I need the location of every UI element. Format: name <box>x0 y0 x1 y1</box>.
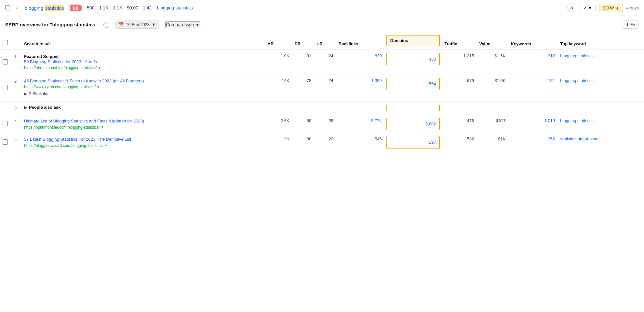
row5-keywords: 362 <box>508 133 558 152</box>
row2-sitelinks-label: 2 Sitelinks <box>29 91 48 96</box>
export-button[interactable]: ⬇ Ex <box>622 21 639 29</box>
row2-top-keyword[interactable]: blogging statistics <box>557 75 644 102</box>
row4-ur: 35 <box>314 115 336 133</box>
row2-sitelinks: ▶ 2 Sitelinks <box>24 89 262 98</box>
row1-value: $1.6K <box>476 50 508 75</box>
row4-domains-highlight: 2,682 <box>386 118 440 130</box>
row1-domains: 433 <box>429 57 436 62</box>
th-backlinks: Backlinks <box>336 32 384 50</box>
row5-dr: 80 <box>292 133 314 152</box>
th-num <box>12 32 21 50</box>
th-ar: AR <box>265 32 292 50</box>
row2-title[interactable]: 45 Blogging Statistics & Facts to Know i… <box>24 78 262 84</box>
row4-domains: 2,682 <box>425 121 436 126</box>
row1-traffic: 1,215 <box>442 50 476 75</box>
row4-url-dropdown-icon[interactable]: ▼ <box>101 125 104 129</box>
row2-traffic: 679 <box>442 75 476 102</box>
trend-icon: ↗ <box>583 6 587 10</box>
row1-check-cell <box>0 50 12 75</box>
row5-domains: 297 <box>429 140 436 145</box>
row2-backlinks: 1,359 <box>336 75 384 102</box>
row4-dr: 88 <box>292 115 314 133</box>
row2-check-cell <box>0 75 12 102</box>
row1-checkbox[interactable] <box>3 59 8 64</box>
row4-checkbox[interactable] <box>3 121 8 126</box>
table-row: 3 ▶ People also ask <box>0 102 644 115</box>
row2-ur: 24 <box>314 75 336 102</box>
row5-title[interactable]: 37 Latest Blogging Statistics For 2023: … <box>24 136 262 142</box>
topbar-badge-num: 3 <box>567 3 576 12</box>
topbar-days: 4 days <box>626 6 639 10</box>
topbar-score-badge: 80 <box>70 5 82 11</box>
row5-checkbox[interactable] <box>3 139 8 145</box>
serp-bar: SERP overview for "blogging statistics" … <box>0 16 644 32</box>
serp-button[interactable]: SERP ▲ <box>599 4 623 12</box>
row1-title[interactable]: 59 Blogging Statistics for 2023 - Ahrefs <box>24 59 262 65</box>
row2-url-dropdown-icon[interactable]: ▼ <box>97 85 100 89</box>
row2-result: 45 Blogging Statistics & Facts to Know i… <box>21 75 265 102</box>
row3-traffic <box>442 102 476 115</box>
row2-dr: 78 <box>292 75 314 102</box>
table-row: 5 37 Latest Blogging Statistics For 2023… <box>0 133 644 152</box>
date-picker-button[interactable]: 📅 16 Feb 2023 ▼ <box>115 21 159 29</box>
row3-check-cell <box>0 102 12 115</box>
row1-ur: 24 <box>314 50 336 75</box>
table-select-all-checkbox[interactable] <box>3 40 8 45</box>
row2-sitelinks-arrow[interactable]: ▶ <box>24 92 27 96</box>
table-row: 1 Featured Snippet 59 Blogging Statistic… <box>0 50 644 75</box>
row2-domains-highlight: 564 <box>386 78 440 90</box>
row3-paa: ▶ People also ask <box>24 105 262 110</box>
row1-top-keyword[interactable]: blogging statistics <box>557 50 644 75</box>
table-row: 2 45 Blogging Statistics & Facts to Know… <box>0 75 644 102</box>
row4-ar: 2.6K <box>265 115 292 133</box>
th-dr: DR <box>292 32 314 50</box>
row4-title[interactable]: Ultimate List of Blogging Statistics and… <box>24 118 262 124</box>
row5-domains-highlight: 297 <box>386 136 440 149</box>
row3-value <box>476 102 508 115</box>
topbar-link-keyword[interactable]: blogging statistics <box>157 5 193 10</box>
export-icon: ⬇ <box>625 22 629 27</box>
topbar-check-icon: ✓ <box>16 5 20 10</box>
row5-traffic: 582 <box>442 133 476 152</box>
row3-paa-arrow[interactable]: ▶ <box>24 105 27 110</box>
topbar-stat-11k-2: 1.1K <box>113 5 122 10</box>
row1-domains-highlight: 433 <box>386 53 440 65</box>
topbar-stat-500: 500 <box>87 5 94 10</box>
row2-checkbox[interactable] <box>3 85 8 90</box>
domains-header-highlight: Domains <box>386 35 440 46</box>
export-label: Ex <box>630 22 635 27</box>
row5-num: 5 <box>12 133 21 152</box>
row5-ar: 13K <box>265 133 292 152</box>
table-row: 4 Ultimate List of Blogging Statistics a… <box>0 115 644 133</box>
row4-traffic: 476 <box>442 115 476 133</box>
row3-keywords <box>508 102 558 115</box>
row4-domains-cell: 2,682 <box>384 115 442 133</box>
row5-ur: 20 <box>314 133 336 152</box>
topbar-stat-11k-1: 1.1K <box>99 5 108 10</box>
row4-backlinks: 5,774 <box>336 115 384 133</box>
trend-button[interactable]: ↗ ▼ <box>580 4 596 12</box>
date-label: 16 Feb 2023 <box>126 22 150 27</box>
row4-url: https://optinmonster.com/blogging-statis… <box>24 125 262 130</box>
top-bar: ✓ blogging statistics 80 500 1.1K 1.1K $… <box>0 0 644 16</box>
row1-url-dropdown-icon[interactable]: ▼ <box>98 66 101 70</box>
serp-table-wrap: Search result AR DR UR Backlinks Domains… <box>0 32 644 152</box>
row3-ar <box>265 102 292 115</box>
help-icon[interactable]: ? <box>103 22 109 28</box>
th-ur: UR <box>314 32 336 50</box>
row5-result: 37 Latest Blogging Statistics For 2023: … <box>21 133 265 152</box>
serp-button-arrow: ▲ <box>615 6 620 10</box>
topbar-right: 3 ↗ ▼ SERP ▲ 4 days <box>567 3 639 12</box>
compare-with-button[interactable]: Compare with ▼ <box>165 21 200 28</box>
row4-top-keyword[interactable]: blogging statistics <box>557 115 644 133</box>
topbar-stats: 500 1.1K 1.1K $0.00 1.42 <box>87 5 152 10</box>
topbar-checkbox[interactable] <box>5 5 10 10</box>
calendar-icon: 📅 <box>119 22 124 27</box>
row5-url-dropdown-icon[interactable]: ▼ <box>104 144 108 147</box>
topbar-keyword: blogging statistics <box>25 5 64 11</box>
row5-top-keyword[interactable]: statistics about blogs <box>557 133 644 152</box>
topbar-stat-cost: $0.00 <box>127 5 138 10</box>
row1-ar: 1.0K <box>265 50 292 75</box>
row3-paa-label: People also ask <box>29 105 61 110</box>
compare-dropdown-icon: ▼ <box>195 22 200 27</box>
